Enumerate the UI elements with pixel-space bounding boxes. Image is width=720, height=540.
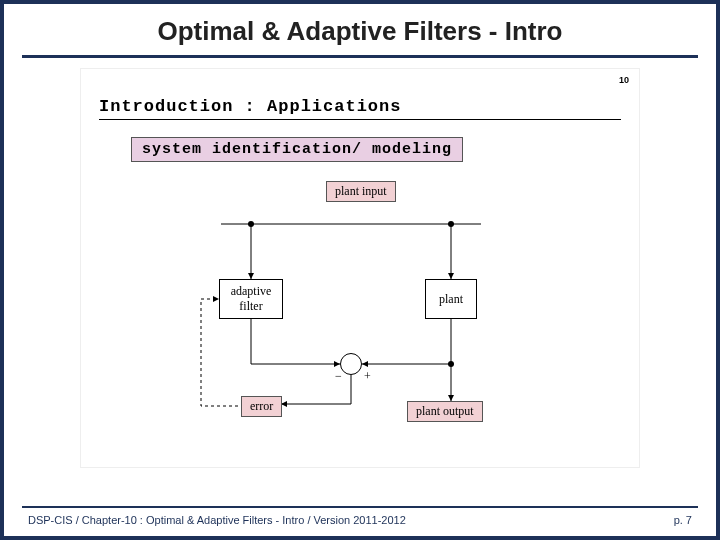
adaptive-filter-block: adaptive filter	[219, 279, 283, 319]
inner-card: 10 Introduction : Applications system id…	[80, 68, 640, 468]
footer-left: DSP-CIS / Chapter-10 : Optimal & Adaptiv…	[28, 514, 406, 526]
error-label: error	[241, 396, 282, 417]
split-node-right	[448, 221, 454, 227]
intro-rule	[99, 119, 621, 120]
content-area: 10 Introduction : Applications system id…	[4, 58, 716, 506]
footer: DSP-CIS / Chapter-10 : Optimal & Adaptiv…	[4, 508, 716, 536]
minus-sign: −	[335, 369, 342, 384]
slide: Optimal & Adaptive Filters - Intro 10 In…	[4, 4, 716, 536]
footer-right: p. 7	[674, 514, 692, 526]
diagram-wires	[81, 169, 641, 459]
plant-output-label: plant output	[407, 401, 483, 422]
title-bar: Optimal & Adaptive Filters - Intro	[4, 4, 716, 53]
intro-heading: Introduction : Applications	[99, 97, 401, 116]
plant-input-label: plant input	[326, 181, 396, 202]
highlight-box: system identification/ modeling	[131, 137, 463, 162]
split-node-left	[248, 221, 254, 227]
block-diagram: plant input adaptive filter plant − + er…	[81, 169, 641, 459]
slide-title: Optimal & Adaptive Filters - Intro	[4, 16, 716, 47]
tap-node	[448, 361, 454, 367]
sum-node	[340, 353, 362, 375]
plus-sign: +	[364, 369, 371, 384]
corner-number: 10	[619, 75, 629, 85]
plant-block: plant	[425, 279, 477, 319]
